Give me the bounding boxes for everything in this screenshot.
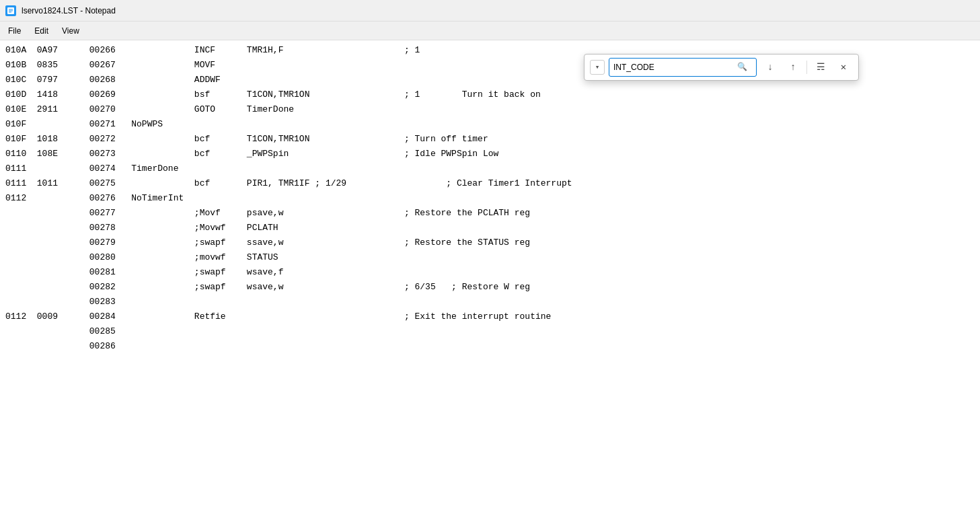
table-row: 00282 ;swapf wsave,w ; 6/35 ; Restore W …: [5, 280, 975, 295]
table-row: 00286: [5, 339, 975, 354]
find-chevron-button[interactable]: ▾: [590, 60, 605, 75]
find-input-wrapper: 🔍: [609, 58, 757, 77]
table-row: 00279 ;swapf ssave,w ; Restore the STATU…: [5, 235, 975, 250]
menu-bar: File Edit View: [0, 22, 980, 40]
find-divider: [806, 61, 807, 74]
table-row: 010F 1018 00272 bcf T1CON,TMR1ON ; Turn …: [5, 132, 975, 147]
table-row: 010F 00271 NoPWPS: [5, 117, 975, 132]
arrow-up-icon: ↑: [790, 60, 796, 75]
arrow-down-icon: ↓: [767, 60, 773, 75]
code-container: 010A 0A97 00266 INCF TMR1H,F ; 1010B 083…: [5, 43, 975, 354]
menu-file[interactable]: File: [3, 24, 26, 38]
code-content: ▾ 🔍 ↓ ↑ ☴ ✕ 010A 0A97 00266 INCF TMR1H,F…: [0, 40, 980, 516]
table-row: 00280 ;movwf STATUS: [5, 250, 975, 265]
table-row: 00285: [5, 324, 975, 339]
close-icon: ✕: [841, 60, 846, 75]
find-close-button[interactable]: ✕: [834, 58, 853, 77]
find-prev-button[interactable]: ↑: [784, 58, 802, 77]
table-row: 00278 ;Movwf PCLATH: [5, 221, 975, 235]
table-row: 0112 00276 NoTimerInt: [5, 191, 975, 206]
table-row: 0112 0009 00284 Retfie ; Exit the interr…: [5, 309, 975, 324]
table-row: 00281 ;swapf wsave,f: [5, 265, 975, 280]
table-row: 010E 2911 00270 GOTO TimerDone: [5, 102, 975, 117]
menu-view[interactable]: View: [56, 24, 85, 38]
find-next-button[interactable]: ↓: [761, 58, 780, 77]
table-row: 0110 108E 00273 bcf _PWPSpin ; Idle PWPS…: [5, 147, 975, 161]
table-row: 00277 ;Movf psave,w ; Restore the PCLATH…: [5, 206, 975, 221]
table-row: 0111 1011 00275 bcf PIR1, TMR1IF ; 1/29 …: [5, 176, 975, 191]
find-options-button[interactable]: ☴: [811, 58, 830, 77]
table-row: 010D 1418 00269 bsf T1CON,TMR1ON ; 1 Tur…: [5, 87, 975, 102]
menu-edit[interactable]: Edit: [29, 24, 54, 38]
find-input[interactable]: [613, 63, 734, 72]
title-bar: lservo1824.LST - Notepad: [0, 0, 980, 22]
table-row: 00283: [5, 295, 975, 309]
search-icon: 🔍: [737, 60, 747, 75]
window-title: lservo1824.LST - Notepad: [22, 6, 116, 15]
options-icon: ☴: [817, 60, 825, 75]
chevron-icon: ▾: [595, 60, 600, 75]
find-toolbar: ▾ 🔍 ↓ ↑ ☴ ✕: [584, 54, 859, 81]
app-icon: [5, 5, 16, 16]
table-row: 0111 00274 TimerDone: [5, 161, 975, 176]
